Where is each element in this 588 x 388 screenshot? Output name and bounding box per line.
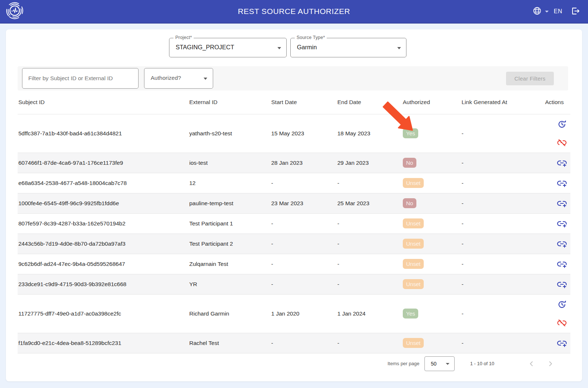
items-per-page-label: Items per page — [388, 361, 420, 366]
authorized-status-badge: No — [403, 158, 416, 168]
column-header: End Date — [337, 90, 402, 114]
cell-link-generated-at: - — [461, 114, 531, 153]
generate-link-button[interactable] — [557, 338, 567, 348]
cell-external-id: 12 — [189, 173, 270, 193]
project-select[interactable]: Project* STAGING_PROJECT — [169, 38, 287, 57]
cell-actions — [531, 274, 570, 294]
cell-start-date: - — [270, 234, 337, 254]
cell-subject-id: 11727775-dff7-49e0-a1d7-ac0a398ce2fc — [18, 294, 189, 333]
source-type-select[interactable]: Source Type* Garmin — [290, 38, 406, 57]
update-history-icon — [557, 305, 567, 310]
unlink-button[interactable] — [557, 318, 567, 328]
chevron-down-icon — [397, 47, 401, 49]
cell-subject-id: 807fe597-8c39-4287-b33a-162e570194b2 — [18, 213, 189, 234]
cell-start-date: 23 Mar 2023 — [270, 193, 337, 213]
link-off-icon — [557, 323, 567, 329]
top-navbar: REST SOURCE AUTHORIZER EN — [0, 0, 588, 24]
authorized-status-badge: Unset — [403, 279, 424, 289]
chevron-left-icon — [527, 364, 536, 369]
cell-subject-id: 5dffc387-7a1b-430f-bad4-a61c384d4821 — [18, 114, 189, 153]
filter-bar: Authorized? Clear Filters — [18, 66, 568, 90]
cell-actions — [531, 173, 570, 193]
cell-subject-id: 1000fe4e-6545-49ff-96c9-9925fb1fdd6e — [18, 193, 189, 213]
table-row: 9c62b6df-ad24-47ec-9b4a-05d595268647Zulq… — [18, 254, 570, 274]
cell-external-id: Rachel Test — [189, 333, 270, 353]
cell-start-date: - — [270, 213, 337, 234]
cell-subject-id: 2443c56b-7d19-4d0e-8b70-da72b0a97af3 — [18, 234, 189, 254]
generate-link-button[interactable] — [557, 158, 567, 168]
cell-end-date: - — [337, 333, 402, 353]
refresh-token-button[interactable] — [557, 300, 567, 309]
add-link-icon — [557, 224, 567, 229]
main-card: Project* STAGING_PROJECT Source Type* Ga… — [6, 29, 582, 381]
authorized-status-badge: Unset — [403, 338, 424, 348]
cell-external-id: ios-test — [189, 153, 270, 173]
authorizations-table: Subject IDExternal IDStart DateEnd DateA… — [18, 90, 570, 353]
generate-link-button[interactable] — [557, 259, 567, 269]
chevron-down-icon — [545, 11, 549, 13]
cell-external-id: Test Participant 2 — [189, 234, 270, 254]
clear-filters-button[interactable]: Clear Filters — [506, 72, 554, 85]
generate-link-button[interactable] — [557, 239, 567, 249]
authorized-filter-label: Authorized? — [151, 75, 181, 81]
add-link-icon — [557, 343, 567, 349]
logout-button[interactable] — [570, 6, 580, 17]
cell-subject-id: 233dce91-c9d9-4715-90d3-9b392e81c668 — [18, 274, 189, 294]
cell-external-id: yatharth-s20-test — [189, 114, 270, 153]
add-link-icon — [557, 244, 567, 250]
cell-authorized: No — [402, 193, 461, 213]
cell-link-generated-at: - — [461, 333, 531, 353]
column-header: Subject ID — [18, 90, 189, 114]
cell-end-date: 29 Jan 2023 — [337, 153, 402, 173]
cell-start-date: - — [270, 333, 337, 353]
table-row: 807fe597-8c39-4287-b33a-162e570194b2Test… — [18, 213, 570, 234]
page-size-value: 50 — [431, 361, 437, 367]
cell-end-date: - — [337, 173, 402, 193]
generate-link-button[interactable] — [557, 178, 567, 188]
refresh-token-button[interactable] — [557, 120, 567, 129]
cell-authorized: Unset — [402, 213, 461, 234]
generate-link-button[interactable] — [557, 219, 567, 228]
cell-actions — [531, 193, 570, 213]
chevron-down-icon — [277, 47, 281, 49]
cell-authorized: No — [402, 153, 461, 173]
table-row: 2443c56b-7d19-4d0e-8b70-da72b0a97af3Test… — [18, 234, 570, 254]
generate-link-button[interactable] — [557, 199, 567, 208]
language-globe-button[interactable] — [533, 6, 549, 17]
cell-authorized: Unset — [402, 274, 461, 294]
page-size-select[interactable]: 50 — [424, 356, 455, 371]
cell-start-date: 1 Jan 2020 — [270, 294, 337, 333]
cell-actions — [531, 333, 570, 353]
cell-actions — [531, 234, 570, 254]
next-page-button[interactable] — [546, 359, 555, 368]
cell-actions — [531, 254, 570, 274]
cell-external-id: Zulqarnain Test — [189, 254, 270, 274]
table-row: 233dce91-c9d9-4715-90d3-9b392e81c668YR--… — [18, 274, 570, 294]
table-header-row: Subject IDExternal IDStart DateEnd DateA… — [18, 90, 570, 114]
authorized-filter-select[interactable]: Authorized? — [144, 68, 213, 89]
generate-link-button[interactable] — [557, 280, 567, 289]
source-type-select-label: Source Type* — [295, 35, 327, 40]
previous-page-button[interactable] — [527, 359, 536, 368]
cell-end-date: 25 Mar 2023 — [337, 193, 402, 213]
filter-search-input[interactable] — [22, 68, 139, 89]
cell-subject-id: f1fa9cd0-e21c-4dea-bea8-51289bcfc231 — [18, 333, 189, 353]
cell-actions — [531, 294, 570, 333]
cell-end-date: - — [337, 274, 402, 294]
column-header: Link Generated At — [461, 90, 531, 114]
cell-link-generated-at: - — [461, 153, 531, 173]
cell-start-date: 15 May 2023 — [270, 114, 337, 153]
cell-authorized: Unset — [402, 173, 461, 193]
add-link-icon — [557, 184, 567, 189]
source-type-select-value: Garmin — [297, 44, 317, 51]
table-row: 1000fe4e-6545-49ff-96c9-9925fb1fdd6epaul… — [18, 193, 570, 213]
chevron-down-icon — [204, 78, 207, 80]
table-row: 5dffc387-7a1b-430f-bad4-a61c384d4821yath… — [18, 114, 570, 153]
unlink-button[interactable] — [557, 138, 567, 147]
page-title: REST SOURCE AUTHORIZER — [0, 7, 588, 16]
project-select-label: Project* — [173, 35, 194, 40]
cell-link-generated-at: - — [461, 193, 531, 213]
cell-actions — [531, 153, 570, 173]
logout-icon — [570, 6, 580, 17]
column-header: External ID — [189, 90, 270, 114]
